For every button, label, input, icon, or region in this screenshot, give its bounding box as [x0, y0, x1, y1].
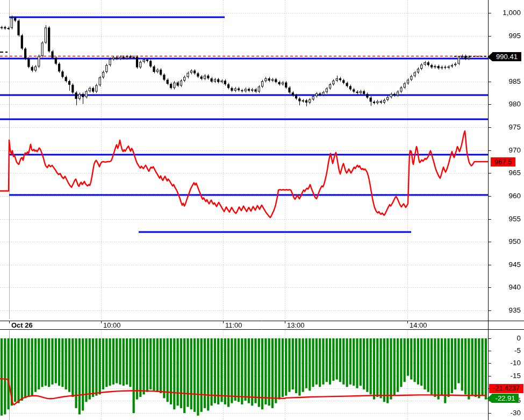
price-tick-label: 965 [508, 169, 521, 177]
price-tick-label: 980 [508, 100, 521, 108]
tag-arrow-icon [487, 394, 492, 403]
price-tick-label: 1,000 [503, 9, 521, 17]
time-tick-label: 10:00 [103, 321, 121, 329]
price-tick-label: 950 [508, 237, 521, 246]
time-tick-label: 13:00 [287, 321, 305, 329]
chart-canvas[interactable] [0, 0, 524, 420]
price-tick-label: 995 [508, 32, 521, 40]
price-tick-label: 960 [508, 192, 521, 200]
red-line-value-tag: 967.5 [491, 157, 515, 166]
price-tick-label: 970 [508, 146, 521, 155]
tag-arrow-icon [487, 53, 492, 61]
time-tick-label: 14:00 [410, 321, 427, 329]
indicator-tick-label: -15 [510, 372, 521, 380]
last-price-value: 990.41 [492, 52, 521, 61]
price-tick-label: 945 [508, 260, 521, 269]
red-line-value: 967.5 [491, 157, 515, 166]
indicator-tick-label: -5 [514, 346, 521, 355]
price-tick-label: 935 [508, 306, 521, 315]
indicator-tick-label: -30 [510, 409, 521, 417]
price-tick-label: 985 [508, 77, 521, 86]
indicator-tick-label: -10 [510, 359, 521, 367]
price-tick-label: 940 [508, 283, 521, 292]
indicator-value-tag: -21.4237 [489, 384, 523, 393]
indicator-ma-value-tag: -22.91 [487, 394, 519, 403]
last-price-tag: 990.41 [487, 52, 521, 61]
indicator-value: -21.4237 [489, 384, 523, 393]
time-tick-label: 11:00 [225, 321, 242, 329]
trading-chart-window: 1,00099599098598097597096596095595094594… [0, 0, 524, 420]
indicator-tick-label: 0 [516, 334, 521, 343]
price-tick-label: 955 [508, 215, 521, 223]
time-tick-label: Oct 26 [11, 321, 33, 329]
indicator-ma-value: -22.91 [492, 394, 519, 403]
price-tick-label: 975 [508, 123, 521, 132]
